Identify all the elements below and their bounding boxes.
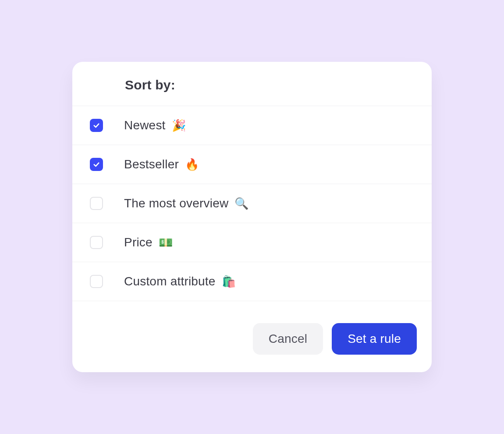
check-icon	[92, 160, 100, 168]
modal-footer: Cancel Set a rule	[72, 301, 432, 372]
option-row-most-overview[interactable]: The most overview 🔍	[72, 184, 432, 223]
party-popper-icon: 🎉	[172, 119, 186, 132]
check-icon	[92, 121, 100, 129]
option-row-price[interactable]: Price 💵	[72, 223, 432, 262]
shopping-bags-icon: 🛍️	[222, 275, 236, 288]
checkbox-most-overview[interactable]	[90, 197, 103, 210]
option-row-newest[interactable]: Newest 🎉	[72, 106, 432, 145]
option-label: Bestseller	[124, 157, 179, 171]
option-label: Custom attribute	[124, 274, 216, 288]
option-label: Newest	[124, 118, 166, 132]
modal-header: Sort by:	[72, 62, 432, 106]
checkbox-newest[interactable]	[90, 119, 103, 132]
option-row-bestseller[interactable]: Bestseller 🔥	[72, 145, 432, 184]
option-label: Price	[124, 235, 153, 249]
checkbox-custom-attribute[interactable]	[90, 275, 103, 288]
set-rule-button[interactable]: Set a rule	[332, 323, 417, 355]
cancel-button[interactable]: Cancel	[253, 323, 323, 355]
fire-icon: 🔥	[185, 158, 199, 171]
option-label: The most overview	[124, 196, 228, 210]
sort-modal: Sort by: Newest 🎉 Bestseller 🔥 The most …	[72, 62, 432, 372]
checkbox-bestseller[interactable]	[90, 158, 103, 171]
magnifying-glass-icon: 🔍	[234, 197, 248, 210]
checkbox-price[interactable]	[90, 236, 103, 249]
option-row-custom-attribute[interactable]: Custom attribute 🛍️	[72, 262, 432, 301]
modal-title: Sort by:	[125, 78, 414, 92]
dollar-banknote-icon: 💵	[159, 236, 173, 249]
